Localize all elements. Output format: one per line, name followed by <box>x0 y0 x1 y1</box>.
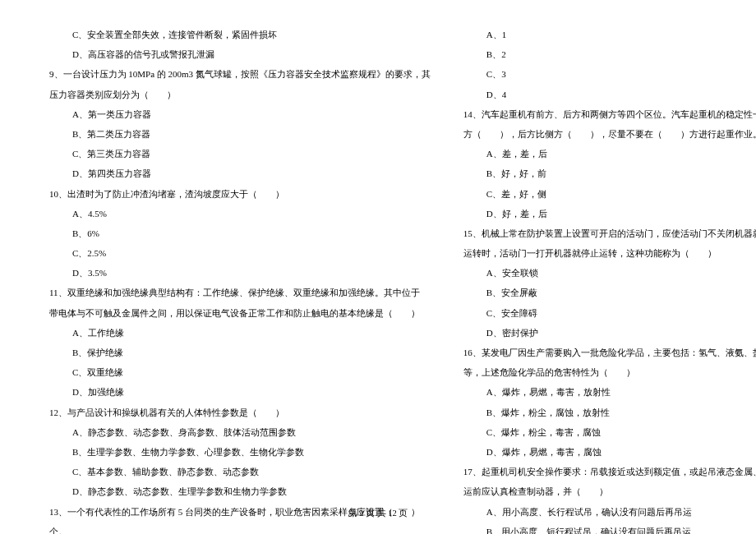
question-14: 14、汽车起重机有前方、后方和两侧方等四个区位。汽车起重机的稳定性一般情况是侧方… <box>463 104 756 124</box>
q14-option-b: B、好，好，前 <box>463 163 756 183</box>
q10-option-d: D、3.5% <box>49 263 431 283</box>
q11-option-a: A、工作绝缘 <box>49 323 431 343</box>
question-9: 9、一台设计压力为 10MPa 的 200m3 氮气球罐，按照《压力容器安全技术… <box>49 64 431 84</box>
question-16: 16、某发电厂因生产需要购入一批危险化学品，主要包括：氢气、液氨、盐酸、氢氧化钠… <box>463 343 756 362</box>
q9-option-b: B、第二类压力容器 <box>49 124 431 144</box>
question-17-cont: 运前应认真检查制动器，并（ ） <box>463 481 756 501</box>
q10-option-a: A、4.5% <box>49 204 431 223</box>
q10-option-b: B、6% <box>49 223 431 243</box>
q17-option-b: B、用小高度、短行程试吊，确认没有问题后再吊运 <box>463 522 756 534</box>
question-16-cont: 等，上述危险化学品的危害特性为（ ） <box>463 362 756 382</box>
q9-option-a: A、第一类压力容器 <box>49 104 431 124</box>
q12-option-a: A、静态参数、动态参数、身高参数、肢体活动范围参数 <box>49 422 431 442</box>
question-15-cont: 运转时，活动门一打开机器就停止运转，这种功能称为（ ） <box>463 243 756 263</box>
q15-option-c: C、安全障碍 <box>463 303 756 323</box>
q10-option-c: C、2.5% <box>49 243 431 263</box>
q11-option-d: D、加强绝缘 <box>49 382 431 402</box>
q15-option-b: B、安全屏蔽 <box>463 283 756 302</box>
question-9-cont: 压力容器类别应划分为（ ） <box>49 85 431 104</box>
page-content: C、安全装置全部失效，连接管件断裂，紧固件损坏 D、高压容器的信号孔或警报孔泄漏… <box>49 25 707 501</box>
q13-option-a: A、1 <box>463 25 756 44</box>
q16-option-d: D、爆炸，易燃，毒害，腐蚀 <box>463 442 756 462</box>
q16-option-b: B、爆炸，粉尘，腐蚀，放射性 <box>463 403 756 422</box>
question-12: 12、与产品设计和操纵机器有关的人体特性参数是（ ） <box>49 403 431 422</box>
q16-option-c: C、爆炸，粉尘，毒害，腐蚀 <box>463 422 756 442</box>
question-10: 10、出渣时为了防止冲渣沟堵塞，渣沟坡度应大于（ ） <box>49 184 431 204</box>
question-14-cont: 方（ ），后方比侧方（ ），尽量不要在（ ）方进行起重作业。 <box>463 124 756 144</box>
q13-option-d: D、4 <box>463 85 756 104</box>
q11-option-c: C、双重绝缘 <box>49 362 431 382</box>
q14-option-d: D、好，差，后 <box>463 204 756 223</box>
q13-option-b: B、2 <box>463 44 756 64</box>
question-11: 11、双重绝缘和加强绝缘典型结构有：工作绝缘、保护绝缘、双重绝缘和加强绝缘。其中… <box>49 283 431 302</box>
q13-option-c: C、3 <box>463 64 756 84</box>
q11-option-b: B、保护绝缘 <box>49 343 431 362</box>
page-footer: 第 2 页 共 12 页 <box>0 508 756 519</box>
question-15: 15、机械上常在防护装置上设置可开启的活动门，应使活动门不关闭机器就不能开动；在… <box>463 223 756 243</box>
question-11-cont: 带电体与不可触及金属件之间，用以保证电气设备正常工作和防止触电的基本绝缘是（ ） <box>49 303 431 323</box>
q16-option-a: A、爆炸，易燃，毒害，放射性 <box>463 382 756 402</box>
q14-option-c: C、差，好，侧 <box>463 184 756 204</box>
q15-option-a: A、安全联锁 <box>463 263 756 283</box>
question-13-cont: 个。 <box>49 522 431 534</box>
left-column: C、安全装置全部失效，连接管件断裂，紧固件损坏 D、高压容器的信号孔或警报孔泄漏… <box>49 25 431 501</box>
q12-option-b: B、生理学参数、生物力学参数、心理参数、生物化学参数 <box>49 442 431 462</box>
q15-option-d: D、密封保护 <box>463 323 756 343</box>
right-column: A、1 B、2 C、3 D、4 14、汽车起重机有前方、后方和两侧方等四个区位。… <box>463 25 756 501</box>
q14-option-a: A、差，差，后 <box>463 144 756 163</box>
q9-option-d: D、第四类压力容器 <box>49 163 431 183</box>
option-d: D、高压容器的信号孔或警报孔泄漏 <box>49 44 431 64</box>
option-c: C、安全装置全部失效，连接管件断裂，紧固件损坏 <box>49 25 431 44</box>
q12-option-c: C、基本参数、辅助参数、静态参数、动态参数 <box>49 462 431 481</box>
q12-option-d: D、静态参数、动态参数、生理学参数和生物力学参数 <box>49 481 431 501</box>
q9-option-c: C、第三类压力容器 <box>49 144 431 163</box>
question-17: 17、起重机司机安全操作要求：吊载接近或达到额定值，或起吊液态金属、易燃易爆物时… <box>463 462 756 481</box>
